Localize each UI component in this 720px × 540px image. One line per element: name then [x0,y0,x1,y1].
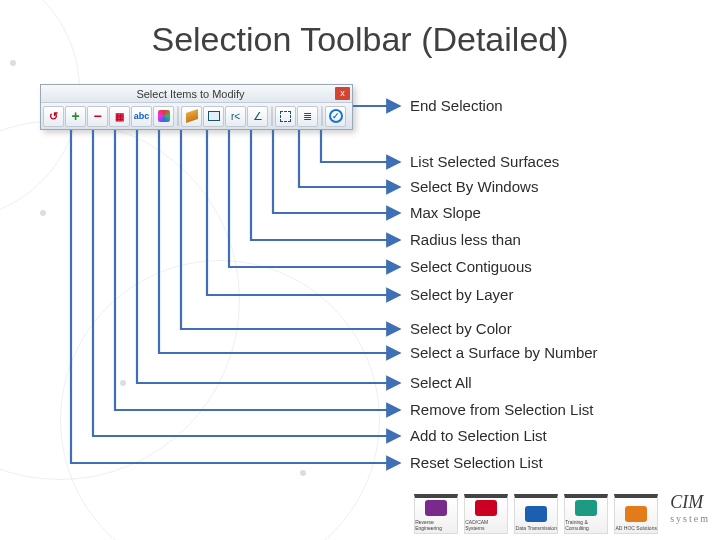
label-select-by-color: Select by Color [410,320,512,337]
page-title: Selection Toolbar (Detailed) [0,20,720,59]
label-add-to-selection: Add to Selection List [410,427,547,444]
add-to-selection-icon[interactable]: + [65,106,86,127]
bg-circle [60,260,380,540]
footer-logo: Data Transmission [514,494,558,534]
titlebar[interactable]: Select Items to Modify x [41,85,352,103]
footer: Reverse Engineering CAD/CAM Systems Data… [414,492,710,534]
bg-dot [40,210,46,216]
label-select-by-layer: Select by Layer [410,286,513,303]
label-remove-from-selection: Remove from Selection List [410,401,593,418]
separator [177,106,179,126]
bg-dot [300,470,306,476]
close-icon[interactable]: x [335,87,350,100]
label-select-all: Select All [410,374,472,391]
select-by-number-icon[interactable]: abc [131,106,152,127]
callout-arrows [0,0,720,540]
bg-dot [120,380,126,386]
label-end-selection: End Selection [410,97,503,114]
selection-toolbar-window: Select Items to Modify x ↺ + − ▦ abc r< … [40,84,353,130]
label-select-surface-by-number: Select a Surface by Number [410,344,598,361]
brand-logo: CIM system [670,492,710,524]
footer-logo: Reverse Engineering [414,494,458,534]
bg-circle [0,120,240,480]
bg-dot [10,60,16,66]
radius-less-than-icon[interactable]: r< [225,106,246,127]
reset-selection-list-icon[interactable]: ↺ [43,106,64,127]
separator [321,106,323,126]
select-by-layer-icon[interactable] [181,106,202,127]
footer-logo: Training & Consulting [564,494,608,534]
label-radius-less-than: Radius less than [410,231,521,248]
label-list-selected-surfaces: List Selected Surfaces [410,153,559,170]
select-by-windows-icon[interactable] [275,106,296,127]
separator [271,106,273,126]
footer-logo: CAD/CAM Systems [464,494,508,534]
window-title: Select Items to Modify [47,88,352,100]
select-contiguous-icon[interactable] [203,106,224,127]
select-all-icon[interactable]: ▦ [109,106,130,127]
select-by-color-icon[interactable] [153,106,174,127]
label-select-by-windows: Select By Windows [410,178,538,195]
label-select-contiguous: Select Contiguous [410,258,532,275]
label-reset-selection-list: Reset Selection List [410,454,543,471]
footer-logo: AD HOC Solutions [614,494,658,534]
max-slope-icon[interactable]: ∠ [247,106,268,127]
list-selected-surfaces-icon[interactable]: ≣ [297,106,318,127]
end-selection-icon[interactable] [325,106,346,127]
label-max-slope: Max Slope [410,204,481,221]
remove-from-selection-icon[interactable]: − [87,106,108,127]
toolbar-icons: ↺ + − ▦ abc r< ∠ ≣ [41,103,352,129]
